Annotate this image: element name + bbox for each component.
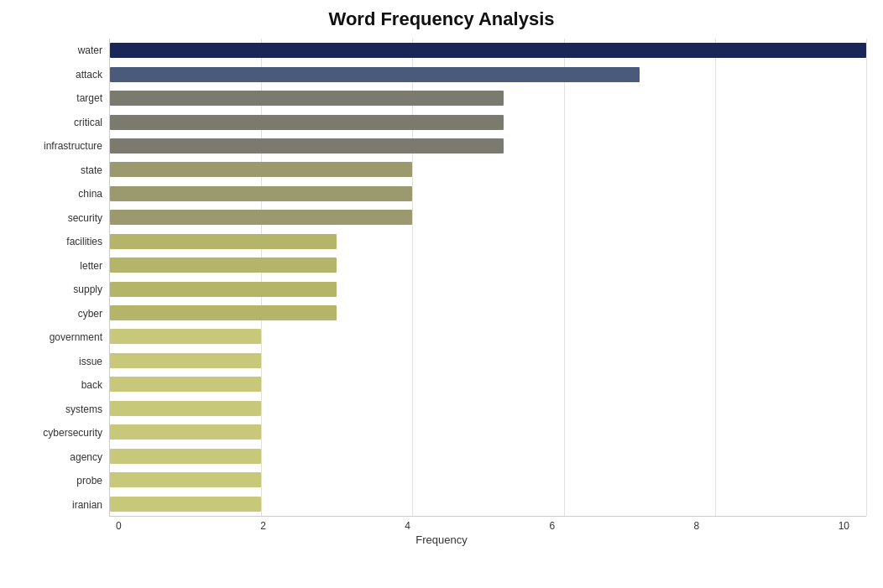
y-label: iranian xyxy=(72,495,102,515)
bar xyxy=(110,258,337,273)
bar xyxy=(110,401,261,416)
bar xyxy=(110,67,640,82)
x-axis: 0246810 xyxy=(17,520,866,532)
x-tick: 10 xyxy=(839,520,849,532)
bars-wrapper xyxy=(110,39,866,516)
bar-row xyxy=(110,160,866,179)
y-label: water xyxy=(78,40,102,60)
bar-row xyxy=(110,351,866,370)
bar-row xyxy=(110,185,866,203)
bar xyxy=(110,282,337,297)
x-tick: 8 xyxy=(694,520,700,532)
bar-row xyxy=(110,447,866,466)
bar-row xyxy=(110,304,866,322)
x-tick: 6 xyxy=(549,520,555,532)
y-label: attack xyxy=(76,65,102,85)
bar-row xyxy=(110,41,866,60)
bar-row xyxy=(110,471,866,489)
bar-row xyxy=(110,256,866,274)
y-label: back xyxy=(81,375,102,395)
bar-row xyxy=(110,327,866,346)
y-label: target xyxy=(76,88,102,108)
y-label: state xyxy=(81,160,102,180)
bar xyxy=(110,449,261,464)
grid-line xyxy=(866,39,867,516)
y-label: cyber xyxy=(78,304,102,324)
y-label: critical xyxy=(74,112,102,133)
bar-row xyxy=(110,280,866,299)
bar-row xyxy=(110,375,866,393)
y-labels: waterattacktargetcriticalinfrastructures… xyxy=(17,39,109,517)
bar xyxy=(110,472,261,487)
bar xyxy=(110,162,412,177)
y-label: china xyxy=(78,184,102,204)
bar-row xyxy=(110,423,866,441)
bar-row xyxy=(110,89,866,107)
bar-row xyxy=(110,65,866,84)
bar xyxy=(110,186,412,201)
y-label: supply xyxy=(73,279,102,299)
y-label: letter xyxy=(80,256,102,276)
bar xyxy=(110,353,261,368)
chart-area: waterattacktargetcriticalinfrastructures… xyxy=(17,39,866,517)
bar xyxy=(110,234,337,249)
bar xyxy=(110,305,337,320)
y-label: government xyxy=(50,327,102,347)
bar-row xyxy=(110,495,866,513)
y-label: security xyxy=(68,208,102,228)
bar-row xyxy=(110,137,866,155)
bar xyxy=(110,138,504,154)
y-label: issue xyxy=(79,351,102,372)
bar-row xyxy=(110,232,866,251)
bar xyxy=(110,43,866,58)
y-label: probe xyxy=(76,471,102,491)
chart-title: Word Frequency Analysis xyxy=(329,8,555,30)
x-tick: 0 xyxy=(116,520,122,532)
y-label: facilities xyxy=(66,232,102,252)
bars-area xyxy=(109,39,866,517)
y-label: infrastructure xyxy=(44,136,102,156)
x-tick: 2 xyxy=(260,520,266,532)
x-tick: 4 xyxy=(405,520,410,532)
bar xyxy=(110,329,261,344)
bar xyxy=(110,377,261,392)
y-label: cybersecurity xyxy=(43,423,102,443)
bar-row xyxy=(110,208,866,226)
bar xyxy=(110,424,261,440)
y-label: agency xyxy=(70,447,102,467)
bar-row xyxy=(110,399,866,418)
y-label: systems xyxy=(65,399,102,419)
bar xyxy=(110,91,504,106)
bar xyxy=(110,115,504,130)
chart-container: Word Frequency Analysis waterattacktarge… xyxy=(0,0,883,588)
x-axis-label: Frequency xyxy=(17,533,866,546)
bar-row xyxy=(110,113,866,132)
bar xyxy=(110,497,261,512)
bar xyxy=(110,210,412,225)
